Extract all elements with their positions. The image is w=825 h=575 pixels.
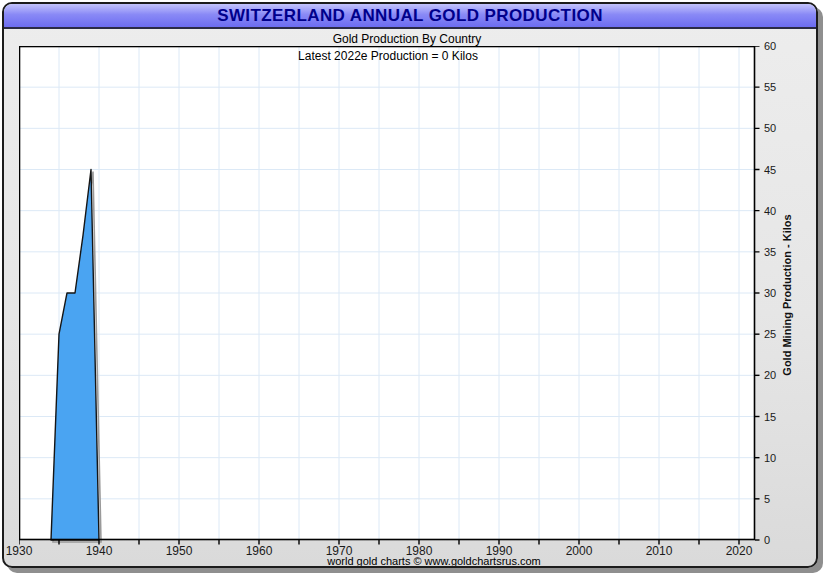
y-tick-label: 55 bbox=[764, 81, 776, 93]
header-bar: SWITZERLAND ANNUAL GOLD PRODUCTION bbox=[4, 4, 816, 29]
y-tick-label: 30 bbox=[764, 287, 776, 299]
y-tick-label: 35 bbox=[764, 246, 776, 258]
y-tick-label: 10 bbox=[764, 452, 776, 464]
y-tick-label: 5 bbox=[764, 493, 770, 505]
plot-area bbox=[19, 46, 763, 548]
y-tick-label: 25 bbox=[764, 328, 776, 340]
y-tick-label: 0 bbox=[764, 534, 770, 546]
y-tick-label: 20 bbox=[764, 369, 776, 381]
y-tick-label: 40 bbox=[764, 205, 776, 217]
footer-credit: world gold charts © www.goldchartsrus.co… bbox=[44, 555, 818, 567]
y-tick-label: 15 bbox=[764, 411, 776, 423]
y-axis-title: Gold Mining Production - Kilos bbox=[781, 214, 793, 375]
y-tick-label: 50 bbox=[764, 122, 776, 134]
page-title: SWITZERLAND ANNUAL GOLD PRODUCTION bbox=[217, 6, 603, 26]
y-tick-label: 45 bbox=[764, 164, 776, 176]
plot-canvas bbox=[19, 46, 763, 548]
chart-frame: SWITZERLAND ANNUAL GOLD PRODUCTION Gold … bbox=[2, 2, 818, 568]
chart-subtitle: Gold Production By Country bbox=[4, 32, 810, 46]
x-tick-label: 1930 bbox=[2, 544, 41, 558]
y-tick-label: 60 bbox=[764, 40, 776, 52]
